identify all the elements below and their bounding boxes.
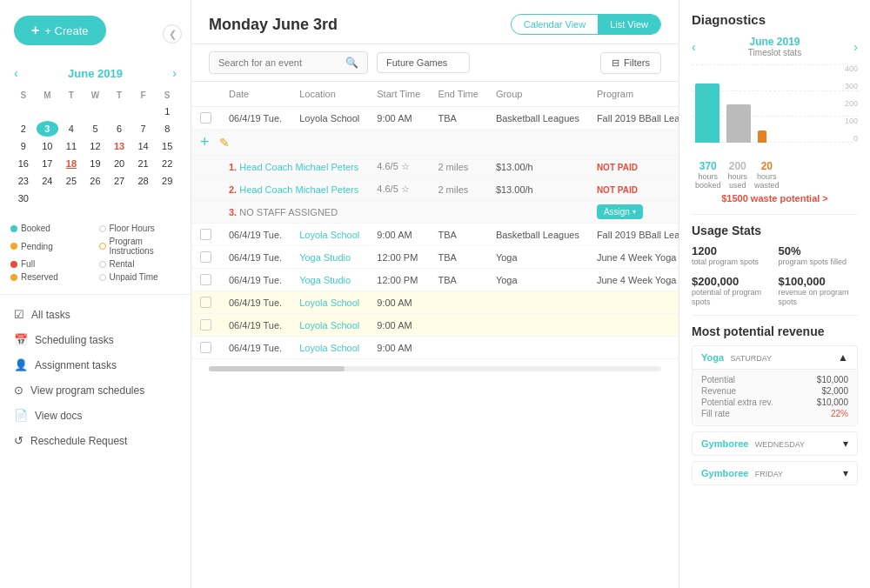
cal-day[interactable]: 25 (60, 173, 83, 189)
row-checkbox[interactable] (200, 229, 211, 240)
revenue-item-day: FRIDAY (755, 470, 783, 478)
cal-day[interactable]: 5 (84, 121, 107, 137)
cal-next-button[interactable]: › (169, 66, 180, 80)
table-row[interactable]: 06/4/19 Tue. Yoga Studio 12:00 PM TBA Yo… (191, 246, 679, 269)
staff-rate: $13.00/h (487, 178, 588, 201)
calendar-view-button[interactable]: Calendar View (512, 15, 598, 34)
cal-day[interactable]: 6 (108, 121, 130, 137)
cell-start: 9:00 AM (368, 291, 429, 314)
cal-prev-button[interactable]: ‹ (10, 66, 22, 80)
cal-day[interactable]: 3 (37, 121, 59, 137)
cal-day[interactable]: 20 (108, 156, 130, 171)
cal-day[interactable]: 8 (156, 121, 178, 137)
cal-day[interactable]: 16 (12, 156, 35, 171)
diag-prev-button[interactable]: ‹ (692, 40, 696, 54)
sidebar-nav-item[interactable]: ⊙View program schedules (0, 378, 191, 403)
cal-day[interactable]: 21 (132, 156, 155, 171)
waste-link[interactable]: $1500 waste potential > (692, 193, 858, 204)
row-checkbox[interactable] (200, 112, 211, 124)
filter-icon: ⊟ (612, 57, 619, 69)
revenue-item-name: Gymboree (701, 438, 748, 449)
cal-day[interactable] (132, 190, 155, 206)
cal-day[interactable] (12, 104, 35, 119)
assign-button[interactable]: Assign ▾ (597, 204, 643, 219)
cal-day[interactable] (156, 190, 178, 206)
cal-day[interactable] (60, 190, 83, 206)
cal-day[interactable]: 9 (12, 138, 35, 154)
cal-day[interactable]: 15 (156, 138, 178, 154)
row-checkbox[interactable] (200, 319, 211, 331)
table-row[interactable]: 06/4/19 Tue. Loyola School 9:00 AM (191, 314, 679, 337)
row-checkbox[interactable] (200, 342, 211, 353)
cal-day[interactable] (60, 104, 83, 119)
cal-day[interactable]: 13 (108, 138, 130, 154)
cal-day[interactable]: 1 (156, 104, 178, 119)
row-checkbox[interactable] (200, 251, 211, 263)
list-view-button[interactable]: List View (598, 15, 660, 34)
add-button[interactable]: + (200, 133, 210, 150)
table-row[interactable]: 06/4/19 Tue. Loyola School 9:00 AM (191, 291, 679, 314)
chevron-down-icon: ▾ (632, 208, 636, 216)
sidebar-nav-item[interactable]: 📄View docs (0, 403, 191, 428)
filters-label: Filters (624, 57, 650, 68)
cal-day[interactable] (132, 104, 155, 119)
sidebar-collapse-button[interactable]: ❮ (163, 24, 182, 43)
revenue-item: Yoga SATURDAY ▲ Potential $10,000 Revenu… (692, 345, 858, 426)
cal-day[interactable] (37, 104, 59, 119)
create-button[interactable]: + + Create (14, 16, 106, 45)
scrollbar-thumb[interactable] (209, 366, 345, 371)
cal-day[interactable]: 18 (60, 156, 83, 171)
cal-day[interactable]: 4 (60, 121, 83, 137)
checkbox-col-header (191, 82, 220, 107)
cell-program: June 4 Week Yoga (588, 246, 679, 269)
cal-day[interactable]: 28 (132, 173, 155, 189)
chevron-up-icon: ▲ (838, 351, 848, 364)
cal-day[interactable] (84, 190, 107, 206)
search-input[interactable] (218, 57, 340, 68)
sidebar-nav-item[interactable]: 👤Assignment tasks (0, 352, 191, 378)
cal-day[interactable] (108, 104, 130, 119)
cal-day[interactable]: 30 (12, 190, 35, 206)
dow-fri: F (132, 89, 155, 102)
usage-item: 50%program spots filled (779, 244, 859, 268)
revenue-item-header[interactable]: Gymboree WEDNESDAY ▾ (693, 432, 857, 455)
table-row[interactable]: 06/4/19 Tue. Loyola School 9:00 AM TBA B… (191, 107, 679, 130)
usage-grid: 1200total program spots50%program spots … (692, 244, 858, 308)
nav-icon: ⊙ (14, 384, 23, 397)
cal-day[interactable]: 26 (84, 173, 107, 189)
sidebar-nav-item[interactable]: ☑All tasks (0, 302, 191, 327)
row-checkbox[interactable] (200, 274, 211, 285)
revenue-item-header[interactable]: Yoga SATURDAY ▲ (693, 346, 857, 369)
cal-day[interactable]: 29 (156, 173, 178, 189)
filters-button[interactable]: ⊟ Filters (600, 52, 661, 74)
row-checkbox[interactable] (200, 297, 211, 308)
sidebar-nav-item[interactable]: 📅Scheduling tasks (0, 327, 191, 352)
cal-day[interactable]: 17 (37, 156, 59, 171)
cal-day[interactable]: 24 (37, 173, 59, 189)
cal-day[interactable]: 22 (156, 156, 178, 171)
cal-day[interactable]: 2 (12, 121, 35, 137)
diag-next-button[interactable]: › (853, 40, 858, 54)
cal-day[interactable] (84, 104, 107, 119)
staff-row: 1. Head Coach Michael Peters 4.6/5 ☆ 2 m… (191, 156, 679, 178)
cal-day[interactable]: 10 (37, 138, 59, 154)
table-row[interactable]: 06/4/19 Tue. Loyola School 9:00 AM (191, 337, 679, 359)
sidebar: + + Create ❮ ‹ June 2019 › S M T W T (0, 0, 191, 588)
edit-icon[interactable]: ✎ (219, 136, 230, 150)
cal-day[interactable]: 19 (84, 156, 107, 171)
cal-day[interactable]: 14 (132, 138, 155, 154)
cal-day[interactable]: 27 (108, 173, 130, 189)
cal-day[interactable] (108, 190, 130, 206)
game-filter-select[interactable]: Future Games (377, 52, 470, 73)
cal-day[interactable] (37, 190, 59, 206)
cal-day[interactable]: 23 (12, 173, 35, 189)
table-row[interactable]: 06/4/19 Tue. Yoga Studio 12:00 PM TBA Yo… (191, 269, 679, 291)
cal-day[interactable]: 11 (60, 138, 83, 154)
staff-row: 3. NO STAFF ASSIGNED Assign ▾ (191, 201, 679, 224)
cal-day[interactable]: 12 (84, 138, 107, 154)
sidebar-nav-item[interactable]: ↺Reschedule Request (0, 428, 191, 453)
table-row[interactable]: 06/4/19 Tue. Loyola School 9:00 AM TBA B… (191, 224, 679, 246)
create-label: + Create (44, 24, 88, 37)
cal-day[interactable]: 7 (132, 121, 155, 137)
revenue-item-header[interactable]: Gymboree FRIDAY ▾ (693, 462, 857, 484)
